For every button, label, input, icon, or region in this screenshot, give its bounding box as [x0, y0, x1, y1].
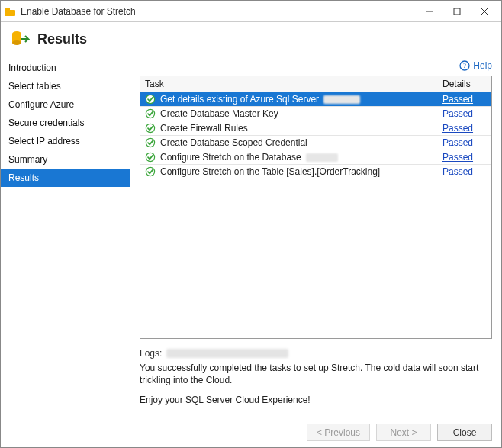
- success-check-icon: [145, 152, 156, 163]
- details-link[interactable]: Passed: [442, 137, 473, 148]
- logs-path-obscured: [166, 349, 288, 358]
- wizard-sidebar: Introduction Select tables Configure Azu…: [1, 56, 130, 447]
- svg-text:?: ?: [463, 62, 466, 69]
- task-label: Create Firewall Rules: [160, 123, 248, 134]
- table-row[interactable]: Configure Stretch on the DatabasePassed: [140, 150, 491, 165]
- closing-message: Enjoy your SQL Server Cloud Experience!: [140, 394, 492, 406]
- page-header: Results: [1, 22, 501, 56]
- maximize-button[interactable]: [443, 2, 471, 21]
- close-window-button[interactable]: [471, 2, 498, 21]
- obscured-text: [323, 95, 360, 104]
- column-header-details[interactable]: Details: [438, 76, 491, 92]
- previous-button: < Previous: [307, 424, 370, 441]
- details-link[interactable]: Passed: [442, 94, 473, 105]
- details-link[interactable]: Passed: [442, 123, 473, 134]
- details-link[interactable]: Passed: [442, 108, 473, 119]
- table-row[interactable]: Create Database Master KeyPassed: [140, 107, 491, 121]
- svg-rect-0: [5, 10, 15, 16]
- success-check-icon: [145, 108, 156, 119]
- sidebar-item-secure-credentials[interactable]: Secure credentials: [1, 114, 130, 132]
- wizard-window: Enable Database for Stretch Results Intr…: [0, 0, 502, 448]
- results-table: Task Details Get details existing of Azu…: [140, 76, 491, 179]
- column-header-task[interactable]: Task: [140, 76, 438, 92]
- table-row[interactable]: Configure Stretch on the Table [Sales].[…: [140, 165, 491, 179]
- wizard-footer: < Previous Next > Close: [130, 417, 501, 447]
- details-link[interactable]: Passed: [442, 166, 473, 177]
- svg-rect-3: [454, 8, 460, 15]
- database-stretch-icon: [10, 29, 30, 49]
- task-label: Create Database Scoped Credential: [160, 137, 307, 148]
- logs-row: Logs:: [140, 348, 492, 359]
- sidebar-item-select-ip-address[interactable]: Select IP address: [1, 132, 130, 150]
- table-row[interactable]: Get details existing of Azure Sql Server…: [140, 92, 491, 107]
- sidebar-item-results[interactable]: Results: [1, 169, 130, 187]
- next-button: Next >: [376, 424, 431, 441]
- close-button[interactable]: Close: [437, 424, 492, 441]
- task-label: Get details existing of Azure Sql Server: [160, 94, 319, 105]
- task-label: Create Database Master Key: [160, 108, 278, 119]
- task-label: Configure Stretch on the Table [Sales].[…: [160, 166, 380, 177]
- obscured-text: [306, 153, 338, 162]
- logs-label: Logs:: [140, 348, 162, 359]
- success-check-icon: [145, 166, 156, 177]
- success-message: You successfully completed the tasks to …: [140, 362, 492, 386]
- help-row: ? Help: [130, 56, 501, 73]
- window-controls: [416, 2, 498, 21]
- success-check-icon: [145, 123, 156, 134]
- svg-rect-1: [5, 8, 10, 11]
- wizard-body: Introduction Select tables Configure Azu…: [1, 56, 501, 447]
- app-icon: [4, 5, 16, 18]
- sidebar-item-introduction[interactable]: Introduction: [1, 59, 130, 77]
- help-link[interactable]: ? Help: [459, 60, 492, 71]
- success-check-icon: [145, 137, 156, 148]
- svg-point-8: [12, 40, 21, 45]
- window-title: Enable Database for Stretch: [21, 6, 416, 17]
- results-table-container: Task Details Get details existing of Azu…: [140, 76, 492, 339]
- help-icon: ?: [459, 60, 470, 71]
- table-row[interactable]: Create Database Scoped CredentialPassed: [140, 136, 491, 150]
- page-title: Results: [37, 31, 87, 47]
- sidebar-item-select-tables[interactable]: Select tables: [1, 77, 130, 95]
- details-link[interactable]: Passed: [442, 152, 473, 163]
- success-check-icon: [145, 94, 156, 105]
- task-label: Configure Stretch on the Database: [160, 152, 301, 163]
- titlebar: Enable Database for Stretch: [1, 1, 501, 22]
- minimize-button[interactable]: [416, 2, 443, 21]
- sidebar-item-configure-azure[interactable]: Configure Azure: [1, 95, 130, 114]
- help-label: Help: [473, 60, 492, 71]
- table-row[interactable]: Create Firewall RulesPassed: [140, 121, 491, 136]
- wizard-content: ? Help Task Details Get details existing…: [130, 56, 501, 447]
- sidebar-item-summary[interactable]: Summary: [1, 150, 130, 169]
